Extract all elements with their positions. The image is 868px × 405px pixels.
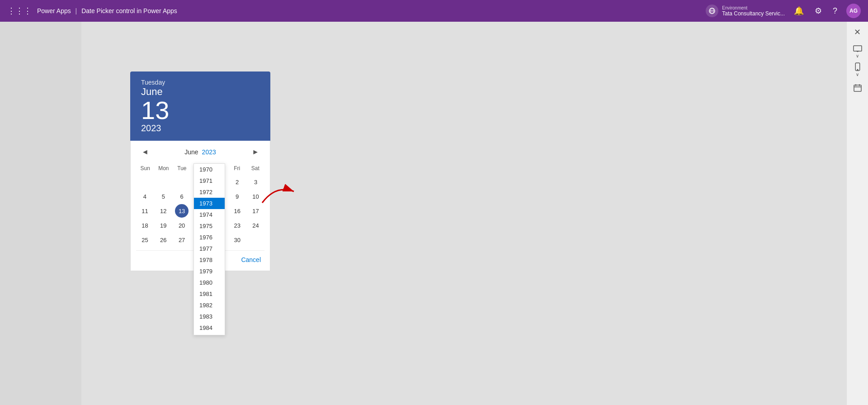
environment-label: Environment bbox=[722, 5, 785, 10]
environment-icon bbox=[706, 5, 718, 17]
calendar-day[interactable]: 19 bbox=[156, 219, 170, 232]
topbar-separator: | bbox=[75, 7, 77, 14]
calendar-month-label: June bbox=[184, 148, 198, 156]
year-option[interactable]: 1983 bbox=[194, 311, 225, 322]
calendar-day[interactable]: 13 bbox=[175, 204, 189, 218]
phone-button[interactable]: ∨ bbox=[850, 62, 865, 77]
calendar-button[interactable] bbox=[850, 81, 865, 95]
environment-name: Tata Consultancy Servic... bbox=[722, 10, 785, 17]
environment-info[interactable]: Environment Tata Consultancy Servic... bbox=[706, 5, 785, 17]
calendar-day[interactable]: 17 bbox=[249, 204, 263, 218]
datepicker-container: Tuesday June 13 2023 ◄ June 2023 ► bbox=[130, 71, 270, 271]
year-option[interactable]: 1981 bbox=[194, 288, 225, 300]
selected-day-name: Tuesday bbox=[141, 79, 259, 86]
topbar: ⋮⋮⋮ Power Apps | Date Picker control in … bbox=[0, 0, 868, 22]
next-month-button[interactable]: ► bbox=[248, 146, 263, 158]
calendar-day[interactable]: 6 bbox=[175, 190, 189, 203]
year-dropdown: 1970197119721973197419751976197719781979… bbox=[193, 163, 225, 335]
main-layout: 6 Tuesday June 13 2023 ◄ June 2023 ► bbox=[0, 22, 868, 405]
selected-day-number: 13 bbox=[141, 98, 259, 123]
calendar-day[interactable]: 2 bbox=[231, 175, 244, 189]
calendar-day[interactable]: 23 bbox=[231, 219, 244, 232]
settings-gear-button[interactable]: ⚙ bbox=[813, 4, 824, 18]
weekday-fri: Fri bbox=[228, 163, 246, 173]
weekday-sat: Sat bbox=[246, 163, 264, 173]
calendar-day bbox=[138, 175, 151, 189]
left-sidebar bbox=[0, 22, 81, 405]
calendar-day[interactable]: 16 bbox=[231, 204, 244, 218]
calendar-day bbox=[156, 175, 170, 189]
year-option[interactable]: 1975 bbox=[194, 220, 225, 232]
calendar-day[interactable]: 24 bbox=[249, 219, 263, 232]
calendar-day[interactable]: 5 bbox=[156, 190, 170, 203]
calendar-day[interactable]: 3 bbox=[249, 175, 263, 189]
year-option[interactable]: 1978 bbox=[194, 254, 225, 266]
canvas-area: 6 Tuesday June 13 2023 ◄ June 2023 ► bbox=[81, 22, 846, 405]
monitor-button[interactable]: ∨ bbox=[850, 44, 865, 59]
close-icon[interactable]: ✕ bbox=[854, 27, 861, 37]
calendar-day bbox=[249, 233, 263, 247]
grid-icon[interactable]: ⋮⋮⋮ bbox=[7, 6, 32, 16]
weekday-sun: Sun bbox=[136, 163, 155, 173]
year-option[interactable]: 1985 bbox=[194, 334, 225, 335]
year-option[interactable]: 1979 bbox=[194, 266, 225, 277]
year-option[interactable]: 1974 bbox=[194, 209, 225, 220]
calendar-day[interactable]: 11 bbox=[138, 204, 151, 218]
year-option[interactable]: 1970 bbox=[194, 164, 225, 175]
cancel-button[interactable]: Cancel bbox=[237, 254, 264, 265]
calendar-day[interactable]: 26 bbox=[156, 233, 170, 247]
help-button[interactable]: ? bbox=[831, 5, 839, 18]
svg-point-8 bbox=[857, 69, 858, 70]
topbar-right: Environment Tata Consultancy Servic... 🔔… bbox=[706, 4, 861, 18]
calendar-nav-title: June 2023 bbox=[184, 148, 216, 156]
svg-rect-9 bbox=[854, 85, 861, 91]
svg-rect-4 bbox=[854, 46, 862, 51]
calendar-day[interactable]: 25 bbox=[138, 233, 151, 247]
calendar-day[interactable]: 20 bbox=[175, 219, 189, 232]
selected-year-number: 2023 bbox=[141, 123, 259, 133]
calendar-day[interactable]: 10 bbox=[249, 190, 263, 203]
app-name: Power Apps bbox=[37, 7, 71, 14]
year-option[interactable]: 1984 bbox=[194, 322, 225, 334]
calendar-nav: ◄ June 2023 ► bbox=[136, 146, 264, 158]
calendar-day[interactable]: 27 bbox=[175, 233, 189, 247]
weekday-mon: Mon bbox=[155, 163, 173, 173]
year-option[interactable]: 1982 bbox=[194, 300, 225, 311]
calendar-year-button[interactable]: 2023 bbox=[202, 148, 216, 156]
calendar-day[interactable]: 18 bbox=[138, 219, 151, 232]
year-option[interactable]: 1972 bbox=[194, 186, 225, 198]
page-title: Date Picker control in Power Apps bbox=[81, 7, 177, 14]
year-option[interactable]: 1980 bbox=[194, 277, 225, 288]
user-avatar[interactable]: AG bbox=[846, 4, 861, 18]
weekday-tue: Tue bbox=[173, 163, 191, 173]
datepicker-header: Tuesday June 13 2023 bbox=[130, 71, 270, 141]
year-option[interactable]: 1977 bbox=[194, 243, 225, 254]
calendar-day[interactable]: 12 bbox=[156, 204, 170, 218]
prev-month-button[interactable]: ◄ bbox=[138, 146, 152, 158]
notification-bell-button[interactable]: 🔔 bbox=[792, 4, 806, 18]
year-option[interactable]: 1973 bbox=[194, 198, 225, 209]
calendar-day[interactable]: 30 bbox=[231, 233, 244, 247]
topbar-title: Power Apps | Date Picker control in Powe… bbox=[37, 7, 177, 14]
environment-text: Environment Tata Consultancy Servic... bbox=[722, 5, 785, 17]
year-option[interactable]: 1976 bbox=[194, 232, 225, 243]
datepicker-calendar: ◄ June 2023 ► Sun Mon Tue We Thu bbox=[130, 141, 270, 271]
calendar-day[interactable]: 4 bbox=[138, 190, 151, 203]
year-option[interactable]: 1971 bbox=[194, 175, 225, 186]
calendar-day[interactable]: 9 bbox=[231, 190, 244, 203]
right-sidebar: ✕ ∨ ∨ bbox=[846, 22, 868, 405]
calendar-day bbox=[175, 175, 189, 189]
